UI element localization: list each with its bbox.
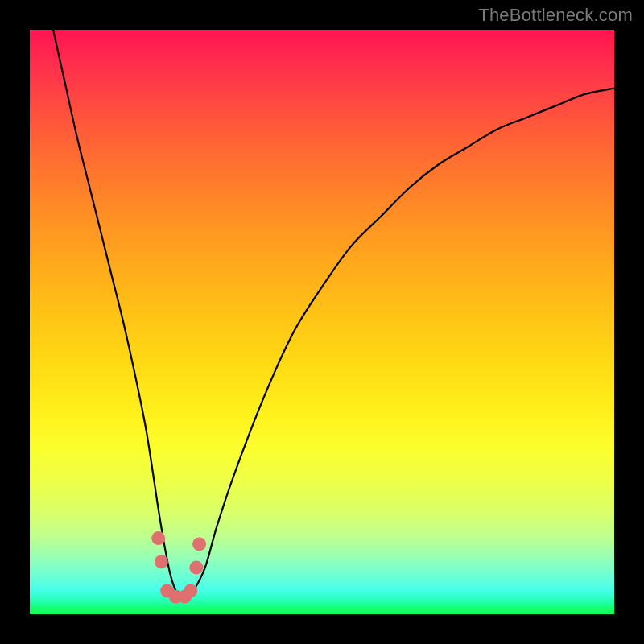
bottleneck-curve: [53, 30, 614, 597]
plot-area: [30, 30, 614, 614]
curve-marker: [151, 531, 165, 545]
curve-marker: [189, 560, 203, 574]
chart-frame: TheBottleneck.com: [0, 0, 644, 644]
curve-marker: [192, 537, 206, 551]
curve-marker: [184, 584, 197, 597]
curve-markers: [151, 531, 206, 604]
watermark-text: TheBottleneck.com: [478, 5, 633, 26]
curve-marker: [155, 555, 168, 568]
curve-layer: [30, 30, 614, 614]
